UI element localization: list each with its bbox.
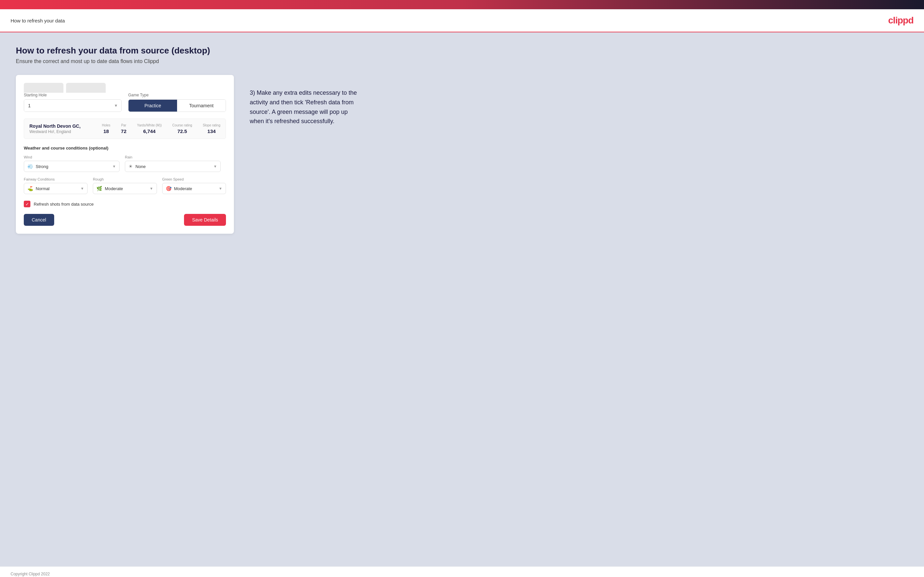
practice-button[interactable]: Practice bbox=[129, 100, 177, 111]
course-info: Royal North Devon GC, Westward Ho!, Engl… bbox=[29, 124, 81, 134]
game-type-group: Game Type Practice Tournament bbox=[128, 93, 226, 112]
side-description: 3) Make any extra edits necessary to the… bbox=[250, 88, 362, 126]
green-speed-dropdown[interactable]: 🎯 Moderate ▼ bbox=[162, 183, 226, 194]
wind-value: Strong bbox=[36, 164, 110, 169]
stat-par: Par 72 bbox=[121, 124, 126, 134]
rough-icon: 🌿 bbox=[97, 186, 102, 191]
game-type-label: Game Type bbox=[128, 93, 226, 97]
course-name: Royal North Devon GC, bbox=[29, 124, 81, 129]
stat-yards-value: 6,744 bbox=[137, 128, 162, 134]
rain-group: Rain ☀ None ▼ bbox=[125, 155, 221, 172]
stat-course-rating-value: 72.5 bbox=[173, 128, 192, 134]
stat-slope-rating-label: Slope rating bbox=[203, 124, 220, 127]
tab-stub-1 bbox=[24, 83, 63, 93]
stat-slope-rating: Slope rating 134 bbox=[203, 124, 220, 134]
save-button[interactable]: Save Details bbox=[184, 214, 226, 226]
tab-stub-2 bbox=[66, 83, 106, 93]
course-card: Royal North Devon GC, Westward Ho!, Engl… bbox=[24, 119, 226, 139]
wind-dropdown[interactable]: 💨 Strong ▼ bbox=[24, 161, 120, 172]
course-stats: Holes 18 Par 72 Yards/White (M)) 6,744 bbox=[102, 124, 221, 134]
wind-arrow-icon: ▼ bbox=[112, 164, 116, 168]
stat-holes-label: Holes bbox=[102, 124, 111, 127]
top-bar bbox=[0, 0, 924, 9]
rough-value: Moderate bbox=[105, 186, 147, 191]
refresh-checkbox[interactable]: ✓ bbox=[24, 201, 31, 207]
conditions-row-2: Fairway Conditions ⛳ Normal ▼ Rough 🌿 Mo… bbox=[24, 177, 226, 194]
green-speed-label: Green Speed bbox=[162, 177, 226, 181]
rough-group: Rough 🌿 Moderate ▼ bbox=[93, 177, 157, 194]
refresh-checkbox-label: Refresh shots from data source bbox=[34, 202, 94, 206]
content-row: Starting Hole 1 10 ▼ Game Type Practice … bbox=[16, 75, 908, 234]
cancel-button[interactable]: Cancel bbox=[24, 214, 54, 226]
stat-par-label: Par bbox=[121, 124, 126, 127]
stat-course-rating: Course rating 72.5 bbox=[173, 124, 192, 134]
form-actions: Cancel Save Details bbox=[24, 214, 226, 226]
rain-icon: ☀ bbox=[129, 164, 133, 169]
green-speed-value: Moderate bbox=[174, 186, 216, 191]
refresh-checkbox-row: ✓ Refresh shots from data source bbox=[24, 201, 226, 207]
conditions-row-1: Wind 💨 Strong ▼ Rain ☀ None ▼ bbox=[24, 155, 226, 172]
tournament-button[interactable]: Tournament bbox=[177, 100, 226, 111]
stat-slope-rating-value: 134 bbox=[203, 128, 220, 134]
wind-group: Wind 💨 Strong ▼ bbox=[24, 155, 120, 172]
main-content: How to refresh your data from source (de… bbox=[0, 32, 924, 566]
conditions-section-title: Weather and course conditions (optional) bbox=[24, 145, 226, 150]
copyright: Copyright Clippd 2022 bbox=[11, 572, 50, 576]
game-type-buttons: Practice Tournament bbox=[128, 99, 226, 112]
stat-yards: Yards/White (M)) 6,744 bbox=[137, 124, 162, 134]
page-subtitle: Ensure the correct and most up to date d… bbox=[16, 58, 908, 64]
fairway-value: Normal bbox=[36, 186, 78, 191]
rough-arrow-icon: ▼ bbox=[150, 187, 153, 190]
starting-hole-label: Starting Hole bbox=[24, 93, 121, 97]
fairway-label: Fairway Conditions bbox=[24, 177, 87, 181]
course-location: Westward Ho!, England bbox=[29, 129, 81, 134]
top-form-row: Starting Hole 1 10 ▼ Game Type Practice … bbox=[24, 93, 226, 112]
wind-label: Wind bbox=[24, 155, 120, 159]
breadcrumb: How to refresh your data bbox=[11, 18, 65, 23]
green-speed-icon: 🎯 bbox=[166, 186, 171, 191]
rain-arrow-icon: ▼ bbox=[213, 164, 217, 168]
tabs-row bbox=[24, 83, 226, 93]
checkmark-icon: ✓ bbox=[26, 202, 29, 206]
footer: Copyright Clippd 2022 bbox=[0, 566, 924, 577]
fairway-icon: ⛳ bbox=[27, 186, 33, 191]
rain-value: None bbox=[136, 164, 211, 169]
fairway-arrow-icon: ▼ bbox=[80, 187, 84, 190]
green-speed-group: Green Speed 🎯 Moderate ▼ bbox=[162, 177, 226, 194]
logo: clippd bbox=[888, 15, 913, 26]
rain-dropdown[interactable]: ☀ None ▼ bbox=[125, 161, 221, 172]
page-title: How to refresh your data from source (de… bbox=[16, 45, 908, 56]
rough-dropdown[interactable]: 🌿 Moderate ▼ bbox=[93, 183, 157, 194]
stat-holes: Holes 18 bbox=[102, 124, 111, 134]
wind-icon: 💨 bbox=[27, 164, 33, 169]
stat-course-rating-label: Course rating bbox=[173, 124, 192, 127]
starting-hole-select-wrapper[interactable]: 1 10 ▼ bbox=[24, 99, 121, 112]
stat-yards-label: Yards/White (M)) bbox=[137, 124, 162, 127]
stat-par-value: 72 bbox=[121, 128, 126, 134]
side-text-panel: 3) Make any extra edits necessary to the… bbox=[250, 75, 362, 126]
starting-hole-select[interactable]: 1 10 bbox=[24, 100, 121, 111]
course-header: Royal North Devon GC, Westward Ho!, Engl… bbox=[29, 124, 220, 134]
header: How to refresh your data clippd bbox=[0, 9, 924, 32]
rough-label: Rough bbox=[93, 177, 157, 181]
fairway-dropdown[interactable]: ⛳ Normal ▼ bbox=[24, 183, 87, 194]
rain-label: Rain bbox=[125, 155, 221, 159]
green-speed-arrow-icon: ▼ bbox=[219, 187, 222, 190]
stat-holes-value: 18 bbox=[102, 128, 111, 134]
starting-hole-group: Starting Hole 1 10 ▼ bbox=[24, 93, 121, 112]
fairway-group: Fairway Conditions ⛳ Normal ▼ bbox=[24, 177, 87, 194]
form-card: Starting Hole 1 10 ▼ Game Type Practice … bbox=[16, 75, 234, 234]
